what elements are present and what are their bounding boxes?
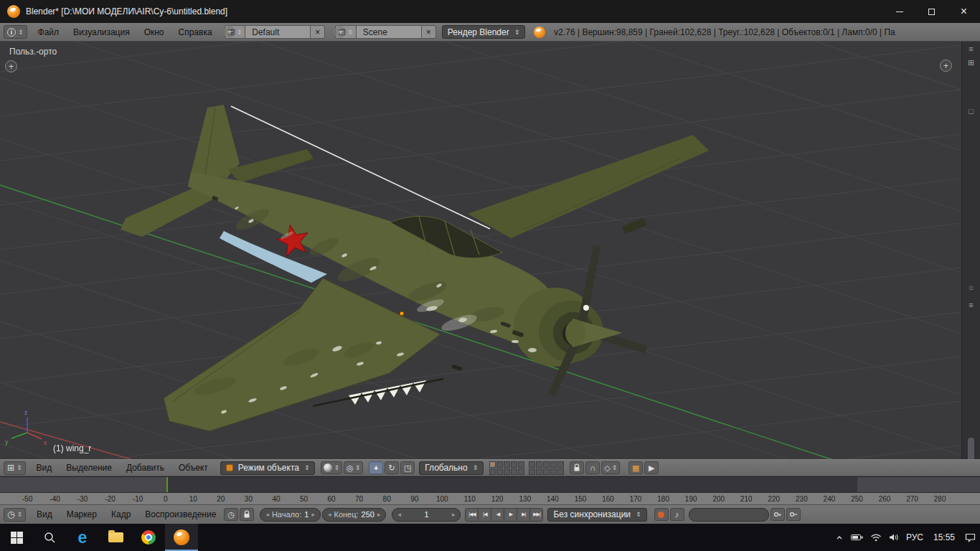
- layer-cell[interactable]: [543, 468, 550, 475]
- record-button[interactable]: [654, 508, 669, 521]
- sphere-widget-icon[interactable]: ○: [962, 284, 980, 292]
- scene-name-field[interactable]: Scene: [356, 25, 422, 39]
- layer-cell[interactable]: [489, 468, 496, 475]
- layer-cell[interactable]: [496, 461, 503, 468]
- viewport-3d[interactable]: z y x: [0, 42, 961, 459]
- right-stabilizer[interactable]: [228, 149, 314, 183]
- manipulator-rotate-toggle[interactable]: ↻: [385, 461, 399, 474]
- scene-delete-button[interactable]: ×: [421, 25, 436, 39]
- collapsed-panels-strip[interactable]: ≡ ⊞ □ ○ ≡: [961, 42, 980, 459]
- taskbar-edge-button[interactable]: e: [66, 524, 99, 551]
- taskbar-chrome-button[interactable]: [132, 524, 165, 551]
- menu-view[interactable]: Вид: [30, 463, 59, 473]
- increment-icon[interactable]: ▸: [311, 511, 315, 518]
- far-wing[interactable]: [468, 135, 709, 238]
- lock-to-scene-toggle[interactable]: [570, 461, 584, 474]
- panel-tab-icon[interactable]: □: [962, 108, 980, 116]
- layer-cell[interactable]: [518, 461, 524, 468]
- manipulator-scale-toggle[interactable]: ◳: [400, 461, 415, 474]
- menu-window[interactable]: Окно: [138, 27, 171, 37]
- jump-to-end-button[interactable]: ▶▶|: [529, 508, 543, 522]
- layer-cell[interactable]: [511, 468, 517, 475]
- layer-cell[interactable]: [529, 461, 535, 468]
- taskbar-search-button[interactable]: [33, 524, 66, 551]
- current-frame-field[interactable]: ◂ 1 ▸: [392, 508, 461, 522]
- menu-object[interactable]: Объект: [172, 463, 215, 473]
- snap-toggle[interactable]: ∩: [585, 461, 600, 474]
- render-engine-dropdown[interactable]: Рендер Blender ⇕: [442, 25, 525, 39]
- toolshelf-expand-icon[interactable]: +: [5, 60, 17, 72]
- screen-layout-delete-button[interactable]: ×: [310, 25, 325, 39]
- layer-cell[interactable]: [504, 468, 510, 475]
- layer-cell[interactable]: [543, 461, 550, 468]
- layer-cell[interactable]: [536, 468, 542, 475]
- taskbar-blender-button[interactable]: [165, 524, 198, 551]
- play-reverse-button[interactable]: ◀: [491, 508, 504, 522]
- orientation-dropdown[interactable]: Глобально ⇕: [419, 461, 484, 475]
- play-button[interactable]: ▶: [504, 508, 517, 522]
- taskbar-clock[interactable]: 15:55: [933, 532, 955, 542]
- current-frame-cursor[interactable]: [166, 477, 168, 492]
- outliner-icon[interactable]: ≡: [962, 45, 980, 53]
- layer-cell[interactable]: [557, 461, 564, 468]
- screen-layout-add-button[interactable]: +: [224, 26, 236, 38]
- menu-help[interactable]: Справка: [172, 27, 219, 37]
- jump-prev-keyframe-button[interactable]: |◀: [478, 508, 491, 522]
- timeline-ruler[interactable]: -50-40-30-20-100102030405060708090100110…: [0, 492, 980, 505]
- maximize-button[interactable]: [915, 0, 948, 23]
- panel-grid-icon[interactable]: ⊞: [962, 59, 980, 67]
- action-center-icon[interactable]: [965, 533, 976, 542]
- snap-element-dropdown[interactable]: ◇⇕: [601, 461, 620, 474]
- language-indicator[interactable]: РУС: [906, 532, 923, 542]
- menu-tl-marker[interactable]: Маркер: [60, 509, 103, 519]
- menu-add[interactable]: Добавить: [120, 463, 171, 473]
- insert-keyframe-button[interactable]: [771, 508, 785, 521]
- timeline-track[interactable]: -50-40-30-20-100102030405060708090100110…: [0, 476, 980, 504]
- editor-type-timeline-button[interactable]: ◷⇕: [4, 508, 26, 522]
- layer-cell[interactable]: [518, 468, 524, 475]
- layer-cell[interactable]: [550, 468, 557, 475]
- jump-to-start-button[interactable]: |◀◀: [465, 508, 479, 522]
- lock-time-cursor-toggle[interactable]: [240, 508, 254, 521]
- menu-tl-playback[interactable]: Воспроизведение: [138, 509, 222, 519]
- menu-render[interactable]: Визуализация: [67, 27, 136, 37]
- layer-cell[interactable]: [504, 461, 510, 468]
- mode-dropdown[interactable]: Режим объекта ⇕: [220, 461, 316, 475]
- menu-tl-view[interactable]: Вид: [30, 509, 59, 519]
- keying-set-field[interactable]: [689, 508, 769, 522]
- taskbar-explorer-button[interactable]: [99, 524, 132, 551]
- jump-next-keyframe-button[interactable]: ▶|: [517, 508, 530, 522]
- editor-type-info-button[interactable]: i ⇕: [4, 25, 27, 39]
- increment-icon[interactable]: ▸: [377, 511, 381, 518]
- tray-chevron-icon[interactable]: [835, 533, 844, 542]
- layer-cell[interactable]: [511, 461, 517, 468]
- close-button[interactable]: ×: [948, 0, 980, 23]
- layer-cell[interactable]: [529, 468, 535, 475]
- frame-end-field[interactable]: ◂ Конец: 250 ▸: [322, 508, 387, 522]
- pivot-dropdown[interactable]: ◎⇕: [344, 461, 363, 474]
- tail-fin[interactable]: [191, 105, 240, 178]
- start-button[interactable]: [0, 524, 33, 551]
- opengl-render-anim-button[interactable]: ▶: [644, 461, 659, 474]
- menu-file[interactable]: Файл: [32, 27, 66, 37]
- minimize-button[interactable]: [883, 0, 915, 23]
- editor-type-3dview-button[interactable]: ⊞⇕: [4, 461, 26, 475]
- layer-cell[interactable]: [489, 461, 496, 468]
- tray-volume-icon[interactable]: [889, 533, 899, 542]
- preview-range-toggle[interactable]: ◷: [224, 508, 238, 521]
- properties-expand-icon[interactable]: +: [940, 60, 952, 72]
- decrement-icon[interactable]: ◂: [397, 511, 401, 518]
- menu-select[interactable]: Выделение: [60, 463, 118, 473]
- layer-cell[interactable]: [557, 468, 564, 475]
- viewport-shading-dropdown[interactable]: ⇕: [321, 461, 342, 474]
- layer-cell[interactable]: [536, 461, 542, 468]
- menu-tl-frame[interactable]: Кадр: [105, 509, 137, 519]
- layer-cell[interactable]: [496, 468, 503, 475]
- layer-cell[interactable]: [550, 461, 557, 468]
- screen-layout-name-field[interactable]: Default: [245, 25, 311, 39]
- opengl-render-button[interactable]: ▦: [628, 461, 643, 474]
- tray-battery-icon[interactable]: [851, 534, 863, 541]
- sync-mode-dropdown[interactable]: Без синхронизации ⇕: [547, 508, 646, 522]
- audio-sync-button[interactable]: ♪: [670, 508, 684, 521]
- frame-start-field[interactable]: ◂ Начало: 1 ▸: [260, 508, 321, 522]
